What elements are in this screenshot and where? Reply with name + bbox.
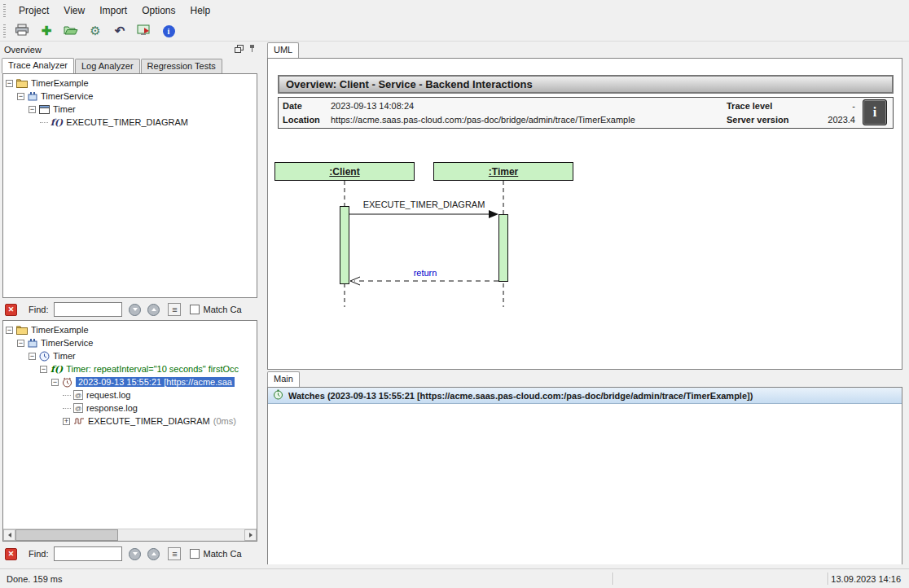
location-label: Location — [279, 115, 331, 125]
triangle-right-icon — [249, 533, 253, 538]
uml-diagram: Overview: Client - Service - Backend Int… — [267, 58, 902, 370]
tree-item-label: Timer: repeatInterval="10 seconds" first… — [66, 364, 239, 374]
tree-item[interactable]: − Timer — [3, 349, 257, 362]
tree-item-label: Timer — [53, 104, 76, 114]
location-value: https://acme.saas.pas-cloud.com:/pas-doc… — [331, 115, 727, 125]
watches-title: Watches (2023-09-13 15:55:21 [https://ac… — [288, 391, 753, 401]
find-input[interactable] — [54, 546, 122, 561]
menu-view[interactable]: View — [56, 2, 92, 20]
diagram-info-button[interactable]: i — [863, 99, 887, 125]
find-next-button[interactable] — [129, 304, 141, 316]
scrollbar-track[interactable] — [118, 529, 244, 541]
menu-project[interactable]: Project — [11, 2, 56, 20]
scroll-right-button[interactable] — [244, 529, 257, 541]
print-icon — [15, 24, 29, 38]
print-button[interactable] — [11, 23, 33, 40]
tree-item[interactable]: f() EXECUTE_TIMER_DIAGRAM — [3, 116, 257, 129]
chevron-down-icon — [133, 308, 138, 311]
tree-connector — [63, 408, 71, 409]
triangle-left-icon — [8, 533, 11, 538]
scrollbar-thumb[interactable] — [15, 529, 118, 541]
watches-panel: Watches (2023-09-13 15:55:21 [https://ac… — [267, 387, 902, 564]
tree-connector — [40, 122, 48, 123]
add-button[interactable]: ✚ — [36, 23, 57, 40]
service-icon — [28, 338, 37, 348]
date-value: 2023-09-13 14:08:24 — [331, 101, 727, 111]
tab-log-analyzer[interactable]: Log Analyzer — [75, 59, 140, 73]
info-button-toolbar[interactable]: i — [158, 23, 179, 40]
find-previous-button[interactable] — [147, 304, 160, 316]
clear-search-icon[interactable]: ✕ — [5, 304, 17, 316]
menu-import[interactable]: Import — [92, 2, 134, 20]
uml-tab-row: UML — [267, 42, 300, 58]
collapse-icon[interactable]: − — [40, 366, 47, 373]
server-version-label: Server version — [727, 115, 805, 125]
trace-level-label: Trace level — [727, 101, 805, 111]
tree-item[interactable]: − Timer — [3, 103, 257, 116]
tree-item[interactable]: @ response.log — [3, 402, 257, 415]
watches-icon — [273, 389, 283, 402]
content-panel: UML Overview: Client - Service - Backend… — [261, 42, 909, 568]
menu-bar: Project View Import Options Help — [0, 0, 909, 21]
collapse-icon[interactable]: − — [29, 106, 36, 113]
find-input[interactable] — [54, 302, 122, 317]
tab-trace-analyzer[interactable]: Trace Analyzer — [2, 58, 74, 73]
timer-window-icon — [39, 105, 50, 114]
toolbar-grip[interactable] — [3, 24, 6, 37]
pin-icon[interactable] — [248, 44, 256, 55]
find-bar: ✕ Find: ≡ Match Ca — [0, 299, 260, 320]
tab-uml[interactable]: UML — [267, 42, 299, 58]
float-window-icon[interactable] — [235, 45, 244, 55]
toolbar-grip[interactable] — [3, 4, 6, 17]
find-previous-button[interactable] — [147, 548, 160, 560]
tree-item[interactable]: − TimerService — [3, 336, 257, 349]
tree-item-label: EXECUTE_TIMER_DIAGRAM — [88, 416, 210, 426]
open-button[interactable] — [60, 23, 81, 40]
activation-bar-client — [340, 206, 349, 284]
tree-item[interactable]: − TimerService — [3, 90, 257, 103]
scroll-left-button[interactable] — [3, 529, 15, 541]
tree-item[interactable]: + EXECUTE_TIMER_DIAGRAM (0ms) — [3, 415, 257, 428]
tree-item[interactable]: − TimerExample — [3, 77, 257, 90]
clear-search-icon[interactable]: ✕ — [5, 548, 17, 560]
collapse-icon[interactable]: − — [29, 353, 36, 360]
panel-title: Overview — [4, 45, 42, 55]
collapse-icon[interactable]: − — [6, 80, 13, 87]
collapse-icon[interactable]: − — [51, 379, 59, 386]
find-options-button[interactable]: ≡ — [168, 303, 181, 316]
tree-item[interactable]: − TimerExample — [3, 323, 257, 336]
undo-button[interactable]: ↶ — [109, 23, 130, 40]
activation-bar-timer — [498, 214, 508, 282]
tree-item-duration: (0ms) — [213, 416, 236, 426]
collapse-icon[interactable]: − — [17, 93, 24, 100]
match-case-checkbox[interactable] — [190, 549, 200, 559]
settings-button[interactable]: ⚙ — [85, 23, 106, 40]
tab-main[interactable]: Main — [267, 371, 300, 387]
find-options-button[interactable]: ≡ — [168, 547, 181, 560]
export-button[interactable] — [134, 23, 155, 40]
collapse-icon[interactable]: − — [17, 340, 24, 347]
find-next-button[interactable] — [129, 548, 141, 560]
tree-item-label: TimerService — [41, 91, 93, 101]
tree-item-selected[interactable]: − 2023-09-13 15:55:21 [https://acme.saa — [3, 375, 257, 388]
tree-item-label: TimerService — [41, 338, 93, 348]
open-folder-icon — [64, 24, 78, 38]
main-toolbar: ✚ ⚙ ↶ i — [0, 21, 909, 42]
tree-item[interactable]: @ request.log — [3, 388, 257, 402]
clock-icon — [39, 351, 50, 362]
menu-options[interactable]: Options — [134, 2, 182, 20]
expand-icon[interactable]: + — [63, 418, 70, 425]
tree-item[interactable]: − f() Timer: repeatInterval="10 seconds"… — [3, 362, 257, 375]
find-bar: ✕ Find: ≡ Match Ca — [0, 543, 260, 564]
menu-help[interactable]: Help — [183, 2, 218, 20]
match-case-label: Match Ca — [203, 549, 241, 559]
tab-regression-tests[interactable]: Regression Tests — [141, 59, 222, 73]
alarm-clock-icon — [62, 377, 72, 388]
match-case-checkbox[interactable] — [190, 305, 200, 314]
tree-item-label: Timer — [53, 351, 76, 361]
watches-body[interactable] — [268, 404, 902, 564]
collapse-icon[interactable]: − — [6, 327, 13, 334]
tree-item-label: response.log — [86, 403, 138, 413]
main-tab-row: Main — [267, 371, 301, 387]
analyzer-tabs: Trace Analyzer Log Analyzer Regression T… — [0, 57, 260, 73]
